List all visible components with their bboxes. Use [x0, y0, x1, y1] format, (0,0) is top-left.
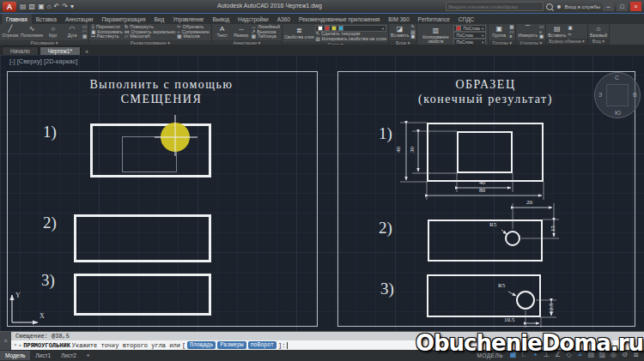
view-control[interactable]: [Сверху] [17, 57, 42, 65]
table-tool[interactable]: ▦Таблица [252, 34, 280, 39]
stretch-tool[interactable]: ↦Растянуть [91, 34, 123, 39]
maximize-button[interactable]: □ [617, 2, 628, 11]
measure-button[interactable]: ⌒Измерить [518, 24, 538, 40]
dimension-tool-icon: ↔ [238, 26, 245, 33]
paste-button[interactable]: ▤Вставить [548, 24, 566, 39]
viewport-controls: [-] [Сверху] [2D-каркас] [9, 57, 77, 65]
left-fig3-rect[interactable] [74, 274, 211, 316]
recent-commands-icon[interactable]: ▾ [19, 342, 22, 349]
redo-icon[interactable]: ↷ [62, 2, 68, 12]
viewport-menu-control[interactable]: [-] [9, 57, 15, 65]
text-tool[interactable]: AТекст [214, 24, 231, 40]
plot-icon[interactable]: ⌂ [47, 2, 52, 12]
layout-tab-лист1[interactable]: Лист1 [30, 351, 56, 360]
workspace-dropdown-icon[interactable]: ▾ [70, 2, 74, 12]
cut-clip-button[interactable]: ✂ [568, 33, 572, 38]
match-properties-button[interactable]: ▥Копирование свойств [419, 24, 452, 45]
ribbon-tab[interactable]: A360 [273, 14, 295, 24]
option-area[interactable]: Площадь [187, 341, 216, 349]
ribbon-tab[interactable]: Вывод [208, 14, 234, 24]
copy-clip-button[interactable]: ▣ [568, 26, 572, 31]
ribbon-tab[interactable]: Параметризация [97, 14, 149, 24]
hatch-tool-icon: ▦ [82, 34, 87, 39]
ribbon-tab[interactable]: СПДС [454, 14, 478, 24]
group-manager-button[interactable]: ≡ [509, 34, 513, 39]
hatch-tool[interactable]: ▦ [82, 34, 87, 39]
help-search-input[interactable] [446, 2, 544, 11]
panel-label[interactable]: Вид ▾ [588, 39, 609, 45]
polyline-tool-icon: ∿ [29, 26, 35, 33]
ribbon-tab[interactable]: Вставка [32, 14, 61, 24]
linetype-combo[interactable]: ПоСлою▾ [453, 32, 486, 39]
lineweight-combo[interactable]: ПоСлою▾ [453, 39, 486, 45]
polyline-tool[interactable]: ∿Полилиния [21, 24, 43, 40]
ribbon-tab[interactable]: BIM 360 [384, 14, 413, 24]
calculator-button[interactable]: ▣ [539, 34, 544, 39]
ribbon-tab[interactable]: Надстройки [234, 14, 273, 24]
dim-fig1-outer-width: 80 [479, 188, 485, 194]
line-tool[interactable]: ╱Отрезок [2, 24, 19, 40]
color-swatch-icon [456, 26, 461, 31]
dimension-tool[interactable]: ↔Размер [233, 24, 250, 40]
right-fig3-circle[interactable] [516, 291, 535, 310]
window-title: Autodesk AutoCAD 2016 Чертеж1.dwg [217, 3, 322, 9]
sign-in-link[interactable]: Вход в службы [565, 4, 601, 9]
arc-tool[interactable]: ◠Дуга [64, 24, 81, 40]
command-line-grip-icon[interactable]: ≡ [0, 332, 11, 350]
new-drawing-tab-button[interactable]: + [82, 49, 92, 55]
group-button[interactable]: ▣Группа [490, 24, 507, 40]
viewcube[interactable]: С Ю В З [594, 72, 641, 118]
chevron-down-icon: ▾ [482, 27, 483, 31]
button-label: Дуга [68, 33, 77, 38]
ribbon-panel: ⌒Измерить▭+▣Утилиты ▾ [516, 24, 546, 45]
file-tab[interactable]: Начало [2, 46, 39, 55]
ribbon-tab[interactable]: Вид [150, 14, 169, 24]
layout-tab-модель[interactable]: Модель [0, 351, 30, 360]
scale-tool[interactable]: ▱Масштаб [125, 34, 175, 39]
option-dimensions[interactable]: Размеры [217, 341, 246, 349]
circle-tool[interactable]: ○Круг [45, 24, 62, 40]
autocad-logo-icon[interactable]: A [3, 2, 16, 12]
open-file-icon[interactable]: ▧ [29, 2, 36, 12]
option-rotation[interactable]: поВорот [248, 341, 276, 349]
right-fig2-circle[interactable] [505, 231, 520, 246]
viewcube-north-label[interactable]: С [615, 75, 619, 81]
layer-properties-button[interactable]: ≣Свойства слоя [284, 24, 313, 42]
search-icon[interactable] [546, 3, 553, 10]
panel-label[interactable]: Буфер обмена ▾ [546, 39, 587, 45]
new-file-icon[interactable]: ▤ [20, 2, 27, 12]
file-tab[interactable]: Чертеж1* [39, 46, 81, 55]
visual-style-control[interactable]: [2D-каркас] [44, 57, 77, 65]
viewcube-south-label[interactable]: Ю [615, 110, 621, 116]
ribbon-tab[interactable]: Performance [414, 14, 454, 24]
right-fig1-inner-rect[interactable] [457, 131, 513, 173]
close-button[interactable]: × [630, 2, 641, 11]
viewcube-face[interactable] [606, 84, 629, 106]
ribbon-tab[interactable]: Рекомендованные приложения [295, 14, 384, 24]
layout-tab-лист2[interactable]: Лист2 [56, 351, 82, 360]
dim-fig3-radius: R5 [498, 283, 505, 289]
right-fig2-rect[interactable] [428, 220, 543, 262]
ribbon-tab[interactable]: Управление [168, 14, 208, 24]
viewcube-east-label[interactable]: В [633, 92, 637, 98]
array-tool[interactable]: ▦Массив [177, 34, 210, 39]
minimize-button[interactable]: – [603, 2, 614, 11]
copy-props-to-layer-button[interactable]: ▤Копировать свойства на слои [315, 37, 386, 42]
ribbon-tab[interactable]: Аннотации [61, 14, 98, 24]
object-color-combo[interactable]: ПоСлою▾ [453, 25, 486, 32]
ribbon-tab[interactable]: Главная [2, 14, 32, 24]
cancel-command-icon[interactable]: × [14, 342, 17, 348]
layout-tab-+[interactable]: + [82, 351, 95, 360]
text-cursor [287, 342, 288, 349]
left-fig2-rect[interactable] [74, 214, 211, 262]
layer-properties-button-icon: ≣ [296, 27, 302, 34]
create-block-button[interactable]: ▣ [410, 34, 415, 39]
title-bar: A ▤▧▣⌂↶↷▾ Autodesk AutoCAD 2016 Чертеж1.… [0, 0, 644, 13]
user-icon: ☻ [556, 3, 562, 9]
insert-block-button[interactable]: ◪Вставить [391, 24, 409, 40]
undo-icon[interactable]: ↶ [54, 2, 60, 12]
drawing-area[interactable]: [-] [Сверху] [2D-каркас] Выполнить с пом… [0, 55, 644, 331]
save-icon[interactable]: ▣ [38, 2, 45, 12]
viewcube-west-label[interactable]: З [598, 92, 602, 98]
base-view-button[interactable]: ⌂Базовый [590, 24, 607, 39]
